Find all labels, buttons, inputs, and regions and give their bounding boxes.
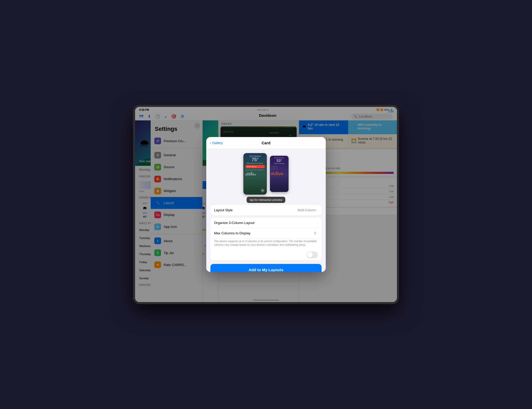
ipad-screen: 9:58 PM Mon Dec 5 📶 🛜 92% 🔋 🗺 ⬆ 🕐 ⟁ 🎯 bbox=[135, 107, 397, 302]
layout-style-label: Layout Style bbox=[214, 208, 233, 212]
phone-section: PRECIPITATION FORECAST bbox=[245, 169, 265, 171]
phone-alert: Tornado Warning bbox=[245, 165, 265, 168]
modal-layout-group: Layout Style Multi-Column › bbox=[210, 205, 322, 215]
chevron-right-icon: › bbox=[317, 209, 318, 212]
phone-city: San Francisco bbox=[245, 155, 265, 157]
layout-style-row[interactable]: Layout Style Multi-Column › bbox=[210, 205, 322, 215]
phone-secondary-screen: San Francisco 53° Clear for the hour. Tu… bbox=[270, 156, 288, 192]
phone-secondary-preview[interactable]: San Francisco 53° Clear for the hour. Tu… bbox=[270, 156, 289, 192]
phone-desc-sm: Clear for the hour. bbox=[271, 163, 287, 164]
zoom-icon: ⊕ bbox=[261, 188, 265, 193]
gallery-back-label: Gallery bbox=[212, 141, 223, 145]
layout-style-value: Multi-Column › bbox=[298, 208, 318, 212]
columns-toggle[interactable] bbox=[307, 251, 318, 258]
phone-temp: 75° bbox=[245, 157, 265, 162]
organize-label: Organize 3-Column Layout bbox=[214, 221, 254, 225]
modal-columns-group: Organize 3-Column Layout › Max Columns t… bbox=[210, 218, 322, 260]
phone-city-sm: San Francisco bbox=[271, 157, 287, 159]
phone-main-preview[interactable]: San Francisco 75° Rain stopping in 45 mi… bbox=[243, 153, 267, 195]
preview-wrapper: San Francisco 75° Rain stopping in 45 mi… bbox=[210, 153, 322, 195]
chevron-left-icon: ‹ bbox=[210, 141, 211, 145]
ipad-frame: 9:58 PM Mon Dec 5 📶 🛜 92% 🔋 🗺 ⬆ 🕐 ⟁ 🎯 bbox=[133, 105, 399, 304]
modal-header: ‹ Gallery Card bbox=[206, 137, 326, 149]
organize-row[interactable]: Organize 3-Column Layout › bbox=[210, 218, 322, 228]
max-columns-label: Max Columns to Display bbox=[214, 231, 250, 235]
columns-note: This device supports up to 3 columns in … bbox=[210, 238, 322, 249]
phone-temp-sm: 53° bbox=[271, 159, 287, 163]
card-modal: ‹ Gallery Card San F bbox=[206, 137, 326, 272]
preview-tooltip: tap for interactive preview bbox=[247, 197, 285, 203]
max-columns-row[interactable]: Max Columns to Display 0 › bbox=[210, 228, 322, 238]
chevron-right-icon: › bbox=[317, 221, 318, 224]
phone-desc: Rain stopping in 45 minutes. bbox=[245, 162, 265, 164]
modal-title: Card bbox=[262, 141, 270, 145]
max-columns-value: 0 › bbox=[314, 231, 318, 235]
card-preview-area: San Francisco 75° Rain stopping in 45 mi… bbox=[210, 153, 322, 195]
phone-screen: San Francisco 75° Rain stopping in 45 mi… bbox=[244, 154, 266, 194]
modal-body: San Francisco 75° Rain stopping in 45 mi… bbox=[206, 149, 326, 272]
modal-overlay[interactable]: ‹ Gallery Card San F bbox=[135, 107, 397, 302]
add-to-layouts-button[interactable]: Add to My Layouts bbox=[210, 264, 322, 272]
gallery-back-button[interactable]: ‹ Gallery bbox=[210, 141, 223, 145]
phone-mini-bars bbox=[245, 171, 265, 175]
chevron-right-icon: › bbox=[317, 232, 318, 235]
